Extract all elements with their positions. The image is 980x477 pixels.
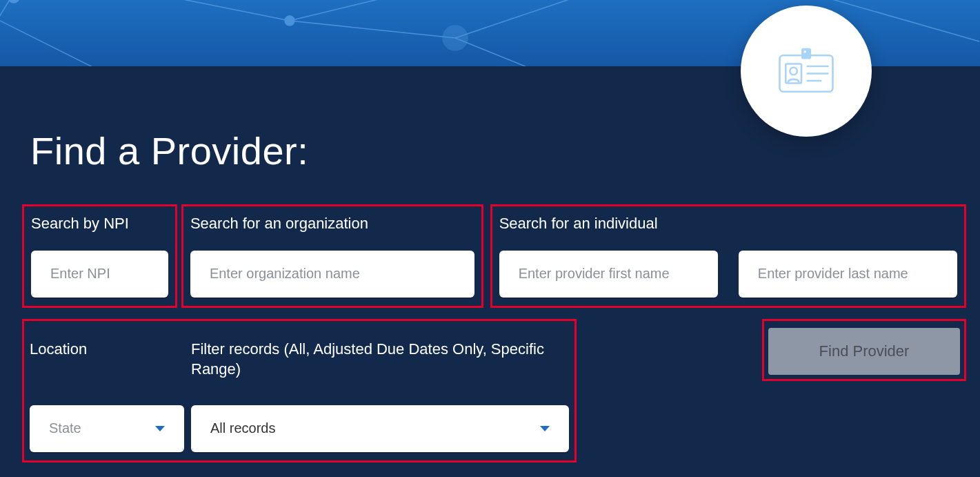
svg-rect-12	[801, 48, 811, 59]
chevron-down-icon	[155, 426, 165, 431]
find-provider-form: Search by NPI Search for an organization…	[22, 204, 966, 463]
state-select-value: State	[49, 420, 81, 436]
label-filter-records: Filter records (All, Adjusted Due Dates …	[191, 339, 569, 389]
id-badge-icon	[775, 47, 837, 95]
svg-line-8	[455, 0, 690, 38]
group-filter-records: Filter records (All, Adjusted Due Dates …	[191, 339, 569, 452]
organization-name-input[interactable]	[190, 251, 474, 298]
label-search-by-npi: Search by NPI	[31, 213, 168, 234]
group-search-individual: Search for an individual	[490, 204, 966, 308]
group-location: Location State	[30, 321, 184, 452]
group-search-by-npi: Search by NPI	[22, 204, 177, 308]
group-submit: Find Provider	[762, 319, 966, 381]
svg-line-9	[455, 38, 600, 66]
provider-first-name-input[interactable]	[499, 251, 718, 298]
id-badge-circle	[741, 6, 872, 137]
svg-point-2	[8, 0, 19, 3]
svg-line-4	[290, 21, 455, 38]
filter-records-select[interactable]: All records	[191, 405, 569, 452]
state-select[interactable]: State	[30, 405, 184, 452]
svg-line-3	[83, 0, 290, 21]
label-search-organization: Search for an organization	[190, 213, 474, 234]
label-search-individual: Search for an individual	[499, 213, 957, 234]
find-provider-button[interactable]: Find Provider	[768, 328, 960, 375]
chevron-down-icon	[540, 426, 550, 431]
page-title: Find a Provider:	[30, 128, 308, 173]
svg-point-13	[804, 50, 807, 53]
group-location-and-filter: Location State Filter records (All, Adju…	[22, 319, 577, 463]
svg-line-1	[0, 0, 14, 66]
group-search-organization: Search for an organization	[181, 204, 483, 308]
svg-line-5	[290, 0, 490, 21]
svg-point-15	[790, 68, 797, 75]
svg-point-6	[285, 16, 294, 26]
label-location: Location	[30, 339, 184, 389]
npi-input[interactable]	[31, 251, 168, 298]
svg-line-0	[0, 7, 110, 66]
filter-records-value: All records	[210, 420, 275, 436]
provider-last-name-input[interactable]	[739, 251, 957, 298]
